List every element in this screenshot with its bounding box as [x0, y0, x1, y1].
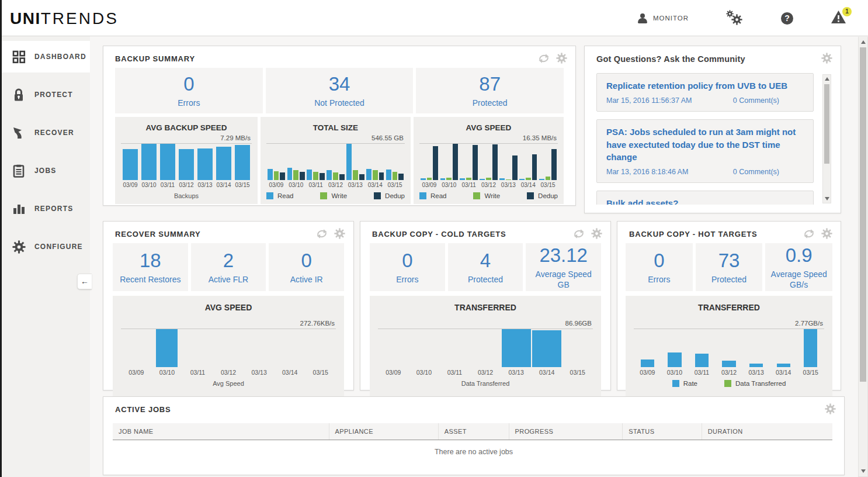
- post-title-link[interactable]: PSA: Jobs scheduled to run at 3am might …: [606, 126, 804, 164]
- stat-errors[interactable]: 0Errors: [626, 243, 693, 291]
- panel-settings-gear-icon[interactable]: [821, 228, 832, 241]
- chart-max-value-label: 16.35 MB/s: [419, 133, 558, 143]
- x-axis-tick: 03/14: [518, 180, 538, 188]
- stat-recent-restores[interactable]: 18Recent Restores: [113, 243, 188, 291]
- dashboard-grid-icon: [12, 50, 26, 64]
- chart-plot-area: [266, 143, 405, 180]
- stat-value: 0: [654, 250, 664, 272]
- scroll-down-arrow-icon[interactable]: [823, 195, 831, 203]
- legend-label: Dedup: [538, 192, 558, 199]
- bar-backups-03/12: [179, 149, 194, 180]
- stat-average-speed-gb-s[interactable]: 0.9Average Speed GB/s: [765, 243, 832, 291]
- x-axis-tick: 03/10: [152, 367, 183, 376]
- page-scrollbar[interactable]: [858, 37, 868, 477]
- x-axis-tick: 03/15: [797, 367, 824, 376]
- column-header-duration[interactable]: DURATION: [702, 423, 832, 440]
- settings-gears-icon[interactable]: [726, 11, 744, 26]
- stat-protected[interactable]: 87Protected: [416, 68, 564, 113]
- legend-swatch: [320, 192, 327, 199]
- column-header-status[interactable]: STATUS: [622, 423, 702, 440]
- stat-active-ir[interactable]: 0Active IR: [269, 243, 344, 291]
- community-panel: Got Questions? Ask the Community Replica…: [584, 46, 841, 213]
- post-comments-count: 0 Comment(s): [733, 168, 804, 176]
- bar-dedup-03/14: [379, 172, 384, 180]
- panel-settings-gear-icon[interactable]: [821, 53, 832, 66]
- sidebar-collapse-button[interactable]: ←: [77, 274, 92, 289]
- monitor-user-menu[interactable]: MONITOR: [638, 13, 689, 23]
- sidebar-item-recover[interactable]: RECOVER: [2, 117, 90, 148]
- panel-settings-gear-icon[interactable]: [825, 403, 836, 417]
- sidebar-item-label: JOBS: [34, 167, 56, 175]
- bar-read-03/12: [327, 170, 332, 180]
- sidebar-item-reports[interactable]: REPORTS: [2, 193, 90, 224]
- legend-label: Read: [277, 192, 294, 199]
- refresh-icon[interactable]: [572, 229, 585, 241]
- community-scrollbar[interactable]: [822, 74, 831, 203]
- scroll-up-arrow-icon[interactable]: [823, 75, 831, 83]
- community-post[interactable]: Bulk add assets?Mar 11, 2016 8:19:46 PM3…: [596, 191, 814, 205]
- lock-icon: [12, 88, 26, 102]
- sidebar-item-configure[interactable]: CONFIGURE: [2, 231, 90, 262]
- chart-max-value-label: 86.96GB: [378, 313, 593, 329]
- avg-speed-chart: AVG SPEED16.35 MB/s03/0903/1003/1103/120…: [414, 117, 564, 204]
- bar-read-03/09: [268, 169, 273, 181]
- bar-backups-03/10: [141, 144, 157, 180]
- bar-write-03/10: [293, 170, 298, 180]
- scroll-up-arrow-icon[interactable]: [859, 38, 867, 46]
- unitrends-logo[interactable]: UNITRENDS: [10, 9, 119, 28]
- x-axis-tick: 03/13: [244, 367, 275, 376]
- bar-backups-03/11: [160, 144, 175, 180]
- sidebar-item-jobs[interactable]: JOBS: [2, 155, 90, 186]
- bar-read-03/15: [386, 170, 391, 180]
- no-active-jobs-message: There are no active jobs: [103, 448, 844, 456]
- alerts-icon[interactable]: 1: [831, 11, 848, 25]
- bar-rate-03/15: [804, 329, 817, 367]
- post-title-link[interactable]: Replicate retention policy from UVB to U…: [606, 80, 804, 92]
- column-header-appliance[interactable]: APPLIANCE: [329, 423, 438, 440]
- column-header-progress[interactable]: PROGRESS: [509, 423, 623, 440]
- scrollbar-thumb[interactable]: [860, 47, 866, 382]
- stat-not-protected[interactable]: 34Not Protected: [266, 68, 414, 113]
- stat-protected[interactable]: 73Protected: [696, 243, 763, 291]
- refresh-icon[interactable]: [537, 53, 550, 66]
- active-jobs-panel: ACTIVE JOBS JOB NAMEAPPLIANCEASSETPROGRE…: [103, 396, 845, 475]
- x-axis-tick: 03/09: [121, 367, 152, 376]
- sidebar-item-dashboard[interactable]: DASHBOARD: [2, 41, 90, 72]
- stat-value: 18: [140, 250, 161, 272]
- column-header-job-name[interactable]: JOB NAME: [113, 423, 329, 440]
- bar-dedup-03/12: [339, 174, 345, 180]
- legend-swatch: [473, 192, 480, 199]
- panel-settings-gear-icon[interactable]: [334, 228, 345, 241]
- x-axis-tick: 03/15: [538, 180, 558, 188]
- community-post[interactable]: PSA: Jobs scheduled to run at 3am might …: [596, 119, 814, 183]
- x-axis-tick: 03/14: [365, 180, 385, 188]
- sidebar-item-protect[interactable]: PROTECT: [2, 79, 90, 110]
- stat-label: Active FLR: [205, 275, 252, 285]
- community-post[interactable]: Replicate retention policy from UVB to U…: [596, 73, 814, 112]
- stat-label: Recent Restores: [116, 275, 184, 285]
- refresh-icon[interactable]: [803, 229, 815, 241]
- refresh-icon[interactable]: [315, 229, 328, 241]
- stat-average-speed-gb[interactable]: 23.12Average Speed GB: [526, 243, 601, 291]
- panel-settings-gear-icon[interactable]: [556, 53, 567, 66]
- bar-write-03/11: [313, 172, 318, 180]
- scrollbar-thumb[interactable]: [824, 84, 829, 164]
- bar-backups-03/09: [123, 149, 138, 180]
- stat-protected[interactable]: 4Protected: [448, 243, 523, 291]
- scroll-down-arrow-icon[interactable]: [859, 467, 867, 475]
- stat-errors[interactable]: 0Errors: [370, 243, 445, 291]
- sidebar-item-label: RECOVER: [34, 129, 74, 137]
- x-axis-tick: 03/15: [233, 180, 252, 188]
- stat-active-flr[interactable]: 2Active FLR: [191, 243, 266, 291]
- panel-settings-gear-icon[interactable]: [591, 228, 602, 241]
- x-axis-tick: 03/15: [385, 180, 405, 188]
- post-title-link[interactable]: Bulk add assets?: [606, 197, 804, 205]
- bar-write-03/12: [333, 172, 338, 180]
- column-header-asset[interactable]: ASSET: [438, 423, 509, 440]
- help-icon[interactable]: ?: [781, 12, 793, 25]
- stat-value: 0: [301, 250, 312, 272]
- monitor-label: MONITOR: [653, 15, 689, 22]
- stat-errors[interactable]: 0Errors: [115, 68, 263, 113]
- active-jobs-table-header: JOB NAMEAPPLIANCEASSETPROGRESSSTATUSDURA…: [113, 423, 832, 440]
- x-axis-tick: 03/13: [498, 180, 518, 188]
